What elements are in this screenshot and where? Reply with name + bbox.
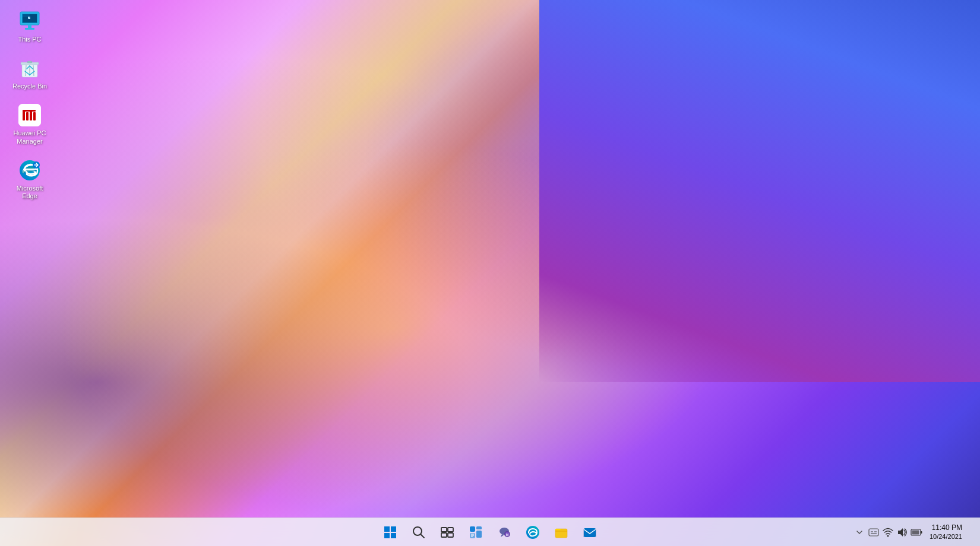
recycle-bin-icon [18, 56, 42, 80]
svg-rect-34 [448, 533, 453, 537]
file-explorer-button[interactable] [548, 519, 574, 545]
svg-rect-19 [26, 112, 29, 120]
this-pc-icon [18, 9, 42, 33]
svg-rect-31 [441, 528, 447, 532]
volume-icon[interactable] [896, 526, 908, 538]
taskbar-edge-button[interactable] [520, 519, 546, 545]
svg-text:M: M [506, 533, 508, 537]
svg-point-56 [887, 535, 889, 537]
input-indicator-icon[interactable] [868, 526, 880, 538]
taskbar-right: 11:40 PM 10/24/2021 [853, 519, 980, 545]
start-button[interactable] [377, 519, 403, 545]
svg-line-30 [421, 534, 425, 538]
task-view-button[interactable] [434, 519, 460, 545]
microsoft-edge-icon [18, 158, 42, 182]
svg-rect-37 [476, 531, 482, 538]
svg-rect-4 [28, 25, 31, 28]
svg-marker-57 [898, 528, 903, 537]
desktop-icon-this-pc[interactable]: This PC [6, 6, 53, 47]
desktop: This PC [0, 0, 980, 546]
chat-button[interactable]: M [491, 519, 517, 545]
svg-rect-10 [29, 18, 30, 19]
svg-rect-33 [441, 533, 447, 537]
svg-rect-21 [33, 112, 36, 120]
search-button[interactable] [406, 519, 432, 545]
taskbar: M [0, 518, 980, 546]
svg-rect-25 [384, 526, 390, 532]
widgets-button[interactable] [463, 519, 489, 545]
svg-rect-27 [384, 533, 390, 538]
huawei-pc-manager-label: Huawei PC Manager [10, 129, 50, 145]
this-pc-label: This PC [18, 36, 41, 43]
mail-button[interactable] [577, 519, 603, 545]
desktop-icon-huawei-pc-manager[interactable]: Huawei PC Manager [6, 100, 53, 148]
taskbar-center: M [377, 519, 603, 545]
clock-date: 10/24/2021 [930, 532, 962, 541]
svg-rect-26 [391, 526, 396, 532]
huawei-pc-manager-icon [18, 103, 42, 127]
clock[interactable]: 11:40 PM 10/24/2021 [926, 522, 966, 542]
show-desktop-button[interactable] [969, 519, 973, 545]
desktop-icons: This PC [0, 0, 59, 209]
svg-rect-7 [28, 17, 29, 18]
svg-rect-28 [391, 533, 396, 538]
battery-icon[interactable] [911, 526, 922, 538]
svg-rect-49 [584, 528, 596, 537]
svg-rect-48 [555, 529, 567, 538]
desktop-icon-microsoft-edge[interactable]: Microsoft Edge [6, 155, 53, 204]
svg-rect-36 [476, 526, 482, 529]
system-tray [853, 526, 922, 538]
hidden-icons-button[interactable] [853, 526, 865, 538]
recycle-bin-label: Recycle Bin [12, 82, 47, 90]
svg-rect-35 [470, 526, 475, 532]
microsoft-edge-label: Microsoft Edge [10, 185, 50, 200]
desktop-icon-recycle-bin[interactable]: Recycle Bin [6, 53, 53, 94]
svg-rect-32 [448, 528, 453, 532]
svg-rect-60 [912, 530, 919, 534]
svg-rect-9 [28, 18, 29, 19]
svg-rect-8 [29, 17, 30, 18]
svg-rect-13 [27, 61, 32, 63]
svg-rect-52 [869, 529, 878, 536]
svg-rect-22 [23, 110, 36, 112]
clock-time: 11:40 PM [932, 523, 962, 533]
wifi-icon[interactable] [882, 526, 894, 538]
svg-rect-59 [921, 531, 922, 534]
svg-rect-5 [25, 28, 34, 30]
